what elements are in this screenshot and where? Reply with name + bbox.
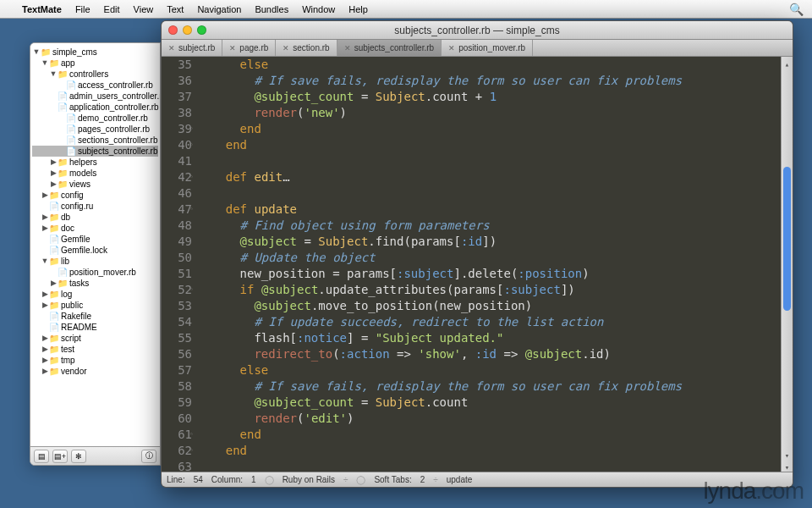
- disclosure-arrow-icon[interactable]: ▶: [41, 344, 49, 355]
- line-number[interactable]: 46: [162, 185, 192, 202]
- code-line[interactable]: flash[:notice] = "Subject updated.": [197, 330, 781, 346]
- tree-item[interactable]: 📄sections_controller.rb: [32, 135, 158, 146]
- tree-item[interactable]: ▶📁test: [32, 344, 158, 355]
- vertical-scrollbar[interactable]: ▴ ▾ ▾: [781, 57, 793, 472]
- code-line[interactable]: new_position = params[:subject].delete(:…: [197, 266, 781, 282]
- line-number[interactable]: 61◦: [162, 427, 192, 443]
- disclosure-arrow-icon[interactable]: ▶: [41, 212, 49, 223]
- tree-item[interactable]: ▶📁models: [32, 168, 158, 179]
- drawer-btn-1[interactable]: ▤: [34, 450, 49, 463]
- tree-item[interactable]: ▼📁simple_cms: [32, 47, 158, 58]
- status-line[interactable]: 54: [194, 475, 203, 484]
- line-number[interactable]: 39◦: [162, 121, 192, 137]
- tree-item[interactable]: ▶📁log: [32, 289, 158, 300]
- code-line[interactable]: def update: [197, 202, 781, 218]
- line-number[interactable]: 52◦: [162, 282, 192, 298]
- fold-marker-icon[interactable]: ◦: [189, 443, 194, 459]
- drawer-btn-info[interactable]: ⓘ: [141, 450, 156, 463]
- menu-navigation[interactable]: Navigation: [197, 4, 241, 14]
- tree-item[interactable]: ▼📁controllers: [32, 69, 158, 80]
- line-number[interactable]: 40◦: [162, 137, 192, 153]
- code-line[interactable]: @subject_count = Subject.count + 1: [197, 89, 781, 105]
- tree-item[interactable]: 📄demo_controller.rb: [32, 113, 158, 124]
- code-line[interactable]: # Find object using form parameters: [197, 218, 781, 234]
- app-name[interactable]: TextMate: [22, 4, 62, 14]
- drawer-btn-2[interactable]: ▤+: [52, 450, 68, 463]
- code-line[interactable]: [197, 185, 781, 202]
- tree-item[interactable]: ▼📁app: [32, 58, 158, 69]
- code-line[interactable]: # If save fails, redisplay the form so u…: [197, 73, 781, 89]
- tree-item[interactable]: ▼📁lib: [32, 256, 158, 267]
- code-line[interactable]: end: [197, 443, 781, 459]
- line-number[interactable]: 62◦: [162, 443, 192, 459]
- code-area[interactable]: else # If save fails, redisplay the form…: [197, 57, 781, 472]
- code-line[interactable]: @subject = Subject.find(params[:id]): [197, 234, 781, 250]
- close-tab-icon[interactable]: ✕: [344, 44, 351, 52]
- disclosure-arrow-icon[interactable]: ▶: [49, 157, 58, 168]
- disclosure-arrow-icon[interactable]: ▼: [41, 256, 49, 267]
- menu-help[interactable]: Help: [348, 4, 368, 14]
- tree-item[interactable]: 📄README: [32, 322, 158, 333]
- fold-marker-icon[interactable]: ◦: [189, 121, 194, 137]
- tab[interactable]: ✕section.rb: [276, 40, 337, 56]
- tree-item[interactable]: ▶📁doc: [32, 223, 158, 234]
- tree-item[interactable]: ▶📁tasks: [32, 278, 158, 289]
- scroll-down-icon-2[interactable]: ▾: [782, 460, 793, 472]
- line-number[interactable]: 38: [162, 105, 192, 121]
- tab[interactable]: ✕subjects_controller.rb: [337, 40, 442, 56]
- tree-item[interactable]: 📄application_controller.rb: [32, 102, 158, 113]
- code-line[interactable]: # Update the object: [197, 250, 781, 266]
- code-line[interactable]: end: [197, 121, 781, 137]
- tree-item[interactable]: ▶📁vendor: [32, 366, 158, 377]
- line-number[interactable]: 49: [162, 234, 192, 250]
- code-line[interactable]: [197, 459, 781, 472]
- scroll-down-icon[interactable]: ▾: [782, 448, 793, 460]
- tab[interactable]: ✕position_mover.rb: [442, 40, 533, 56]
- gutter[interactable]: 3536373839◦40◦4142◦4647◦4849505152◦53545…: [162, 57, 197, 472]
- disclosure-arrow-icon[interactable]: ▶: [49, 168, 58, 179]
- tree-item[interactable]: ▶📁tmp: [32, 355, 158, 366]
- recording-icon-2[interactable]: ◯: [356, 475, 365, 484]
- drawer-btn-3[interactable]: ✻: [71, 450, 86, 463]
- code-line[interactable]: render('new'): [197, 105, 781, 121]
- status-col[interactable]: 1: [251, 475, 256, 484]
- tree-item[interactable]: ▶📁public: [32, 300, 158, 311]
- menu-bundles[interactable]: Bundles: [255, 4, 288, 14]
- disclosure-arrow-icon[interactable]: ▶: [41, 366, 49, 377]
- fold-marker-icon[interactable]: ◦: [189, 427, 194, 443]
- scroll-up-icon[interactable]: ▴: [782, 57, 793, 69]
- line-number[interactable]: 35: [162, 57, 192, 73]
- line-number[interactable]: 36: [162, 73, 192, 89]
- line-number[interactable]: 63: [162, 459, 192, 472]
- tree-item[interactable]: ▶📁views: [32, 179, 158, 190]
- disclosure-arrow-icon[interactable]: ▶: [41, 223, 49, 234]
- code-line[interactable]: def edit…: [197, 169, 781, 185]
- line-number[interactable]: 60: [162, 411, 192, 427]
- code-line[interactable]: else: [197, 57, 781, 73]
- menu-edit[interactable]: Edit: [104, 4, 120, 14]
- tree-item[interactable]: 📄pages_controller.rb: [32, 124, 158, 135]
- tree-item[interactable]: ▶📁db: [32, 212, 158, 223]
- line-number[interactable]: 59: [162, 395, 192, 411]
- tree-item[interactable]: 📄admin_users_controller.rb: [32, 91, 158, 102]
- disclosure-arrow-icon[interactable]: ▶: [49, 278, 58, 289]
- status-symbol[interactable]: update: [447, 475, 473, 484]
- status-tabs[interactable]: 2: [420, 475, 425, 484]
- code-line[interactable]: redirect_to(:action => 'show', :id => @s…: [197, 346, 781, 362]
- recording-icon[interactable]: ◯: [265, 475, 274, 484]
- line-number[interactable]: 54: [162, 314, 192, 330]
- line-number[interactable]: 51: [162, 266, 192, 282]
- disclosure-arrow-icon[interactable]: ▶: [41, 190, 49, 201]
- code-line[interactable]: @subject.move_to_position(new_position): [197, 298, 781, 314]
- line-number[interactable]: 47◦: [162, 202, 192, 218]
- tree-item[interactable]: ▶📁config: [32, 190, 158, 201]
- menu-view[interactable]: View: [134, 4, 154, 14]
- disclosure-arrow-icon[interactable]: ▶: [41, 333, 49, 344]
- line-number[interactable]: 55: [162, 330, 192, 346]
- code-line[interactable]: # If save fails, redisplay the form so u…: [197, 378, 781, 395]
- disclosure-arrow-icon[interactable]: ▼: [49, 69, 58, 80]
- disclosure-arrow-icon[interactable]: ▶: [41, 289, 49, 300]
- code-line[interactable]: [197, 153, 781, 169]
- tree-item[interactable]: 📄Rakefile: [32, 311, 158, 322]
- line-number[interactable]: 57: [162, 362, 192, 378]
